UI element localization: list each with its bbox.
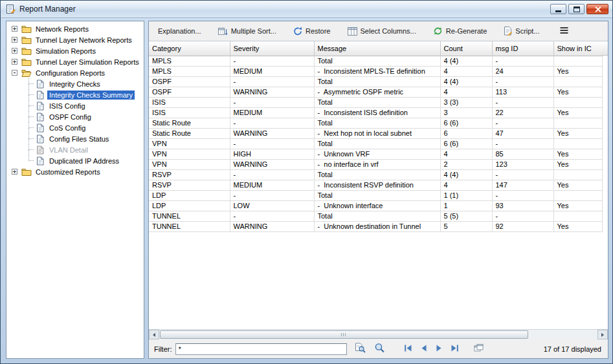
tree-item-simulation-reports[interactable]: +Simulation Reports	[6, 45, 144, 56]
filter-label: Filter:	[154, 345, 172, 353]
multiple-sort-button[interactable]: Multiple Sort...	[214, 25, 280, 38]
table-row[interactable]: TUNNEL-Total5 (5)-	[149, 211, 602, 221]
new-window-icon	[474, 344, 484, 354]
tree-item-duplicated-ip-address[interactable]: Duplicated IP Address	[6, 155, 144, 166]
doc-icon	[34, 123, 45, 133]
table-row[interactable]: RSVPMEDIUM- Inconsistent RSVP definition…	[149, 180, 602, 190]
tree-item-label: Tunnel Layer Simulation Reports	[34, 58, 141, 67]
tree-item-config-files-status[interactable]: Config Files Status	[6, 133, 144, 144]
table-row[interactable]: MPLS-Total4 (4)-	[149, 56, 602, 66]
toolbar-button-label: Restore	[306, 27, 331, 35]
tree-item-integrity-checks-summary[interactable]: Integrity Checks Summary	[6, 89, 144, 100]
nav-last-icon	[451, 344, 459, 354]
column-header-show-in-ic[interactable]: Show in IC	[553, 41, 602, 56]
table-row[interactable]: Static RouteWARNING- Next hop not in loc…	[149, 128, 602, 138]
tree-item-tunnel-layer-network-reports[interactable]: +Tunnel Layer Network Reports	[6, 34, 144, 45]
cell-message: - Asymmetric OSPF metric	[314, 87, 440, 97]
re-generate-button[interactable]: Re-Generate	[429, 24, 491, 38]
next-page-button[interactable]	[434, 342, 444, 356]
tree-item-isis-config[interactable]: ISIS Config	[6, 100, 144, 111]
column-header-message[interactable]: Message	[314, 41, 440, 56]
cell-severity: -	[230, 56, 314, 66]
cell-msg-id: 147	[492, 180, 553, 190]
toolbar-button-label: Re-Generate	[446, 27, 487, 35]
cell-severity: WARNING	[230, 159, 314, 169]
table-row[interactable]: OSPF-Total4 (4)-	[149, 76, 602, 87]
report-tree: +Network Reports+Tunnel Layer Network Re…	[6, 21, 144, 359]
toolbar-buttons: Explanation...Multiple Sort...RestoreSel…	[154, 24, 544, 38]
bottom-bar: Filter: 17 of 17 displayed	[149, 339, 608, 358]
close-button[interactable]	[586, 4, 608, 14]
table-row[interactable]: OSPFWARNING- Asymmetric OSPF metric4113Y…	[149, 87, 602, 97]
cell-message: - Unknown interface	[314, 200, 440, 211]
cell-message: Total	[314, 169, 440, 180]
previous-page-button[interactable]	[419, 342, 429, 356]
table-row[interactable]: TUNNELWARNING- Unknown destination in Tu…	[149, 221, 602, 231]
cell-msg-id: 92	[492, 221, 553, 231]
cell-msg-id: -	[492, 97, 553, 107]
restore-button[interactable]: Restore	[289, 24, 335, 38]
expand-toggle[interactable]: +	[12, 26, 17, 32]
column-header-category[interactable]: Category	[149, 41, 230, 56]
scroll-right-button[interactable]	[597, 330, 608, 339]
tree-item-network-reports[interactable]: +Network Reports	[6, 23, 144, 34]
report-table-region: CategorySeverityMessageCountmsg IDShow i…	[149, 41, 608, 329]
table-row[interactable]: VPN-Total6 (6)-	[149, 138, 602, 149]
cell-msg-id: 24	[492, 66, 553, 76]
table-row[interactable]: LDP-Total1 (1)-	[149, 190, 602, 200]
table-row[interactable]: ISISMEDIUM- Inconsistent ISIS definition…	[149, 107, 602, 118]
expand-toggle[interactable]: +	[12, 59, 17, 65]
column-header-count[interactable]: Count	[440, 41, 492, 56]
maximize-button[interactable]	[568, 4, 585, 14]
column-header-msg-id[interactable]: msg ID	[492, 41, 553, 56]
tree-item-tunnel-layer-simulation-reports[interactable]: +Tunnel Layer Simulation Reports	[6, 56, 144, 67]
tree-item-cos-config[interactable]: CoS Config	[6, 122, 144, 133]
expand-toggle[interactable]: +	[12, 169, 17, 175]
cell-show-in-ic	[553, 211, 602, 221]
explanation-button[interactable]: Explanation...	[154, 25, 205, 37]
bottom-buttons	[353, 341, 485, 357]
open-in-window-button[interactable]	[472, 342, 485, 356]
cell-count: 2	[440, 159, 492, 169]
cell-severity: MEDIUM	[230, 66, 314, 76]
close-icon	[594, 6, 601, 13]
table-row[interactable]: LDPLOW- Unknown interface193Yes	[149, 200, 602, 211]
table-row[interactable]: VPNWARNING- no interface in vrf2123Yes	[149, 159, 602, 169]
first-page-button[interactable]	[402, 342, 414, 356]
tree-item-customized-reports[interactable]: +Customized Reports	[6, 166, 144, 177]
tree-item-vlan-detail[interactable]: VLAN Detail	[6, 144, 144, 155]
horizontal-scrollbar[interactable]	[149, 329, 608, 339]
table-row[interactable]: ISIS-Total3 (3)-	[149, 97, 602, 107]
expand-toggle[interactable]: +	[12, 48, 17, 54]
scroll-left-button[interactable]	[149, 330, 159, 339]
column-header-severity[interactable]: Severity	[230, 41, 314, 56]
select-columns-button[interactable]: Select Columns...	[344, 25, 420, 38]
minimize-button[interactable]	[550, 4, 566, 14]
cell-show-in-ic: Yes	[553, 200, 602, 211]
scrollbar-thumb[interactable]	[160, 330, 528, 339]
toolbar-menu-button[interactable]	[555, 24, 573, 39]
cell-show-in-ic: Yes	[553, 66, 602, 76]
table-row[interactable]: MPLSMEDIUM- Inconsistent MPLS-TE definit…	[149, 66, 602, 76]
cell-category: TUNNEL	[149, 221, 230, 231]
cell-message: - Inconsistent RSVP definition	[314, 180, 440, 190]
cell-category: TUNNEL	[149, 211, 230, 221]
table-row[interactable]: Static Route-Total6 (6)-	[149, 118, 602, 128]
titlebar[interactable]: Report Manager	[1, 1, 612, 18]
cell-msg-id: -	[492, 169, 553, 180]
cell-count: 4 (4)	[440, 56, 492, 66]
table-row[interactable]: VPNHIGH- Unknown VRF485Yes	[149, 149, 602, 159]
tree-item-label: OSPF Config	[47, 112, 93, 122]
script-button[interactable]: Script...	[500, 24, 543, 38]
advanced-find-button[interactable]	[372, 341, 387, 357]
tree-item-ospf-config[interactable]: OSPF Config	[6, 111, 144, 122]
find-button[interactable]	[353, 341, 368, 357]
table-row[interactable]: RSVP-Total4 (4)-	[149, 169, 602, 180]
last-page-button[interactable]	[449, 342, 461, 356]
tree-item-integrity-checks[interactable]: Integrity Checks	[6, 78, 144, 89]
scrollbar-track[interactable]	[159, 330, 597, 339]
filter-input[interactable]	[175, 343, 347, 355]
expand-toggle[interactable]: -	[12, 70, 17, 76]
expand-toggle[interactable]: +	[12, 37, 17, 43]
tree-item-configuration-reports[interactable]: -Configuration Reports	[6, 67, 144, 78]
